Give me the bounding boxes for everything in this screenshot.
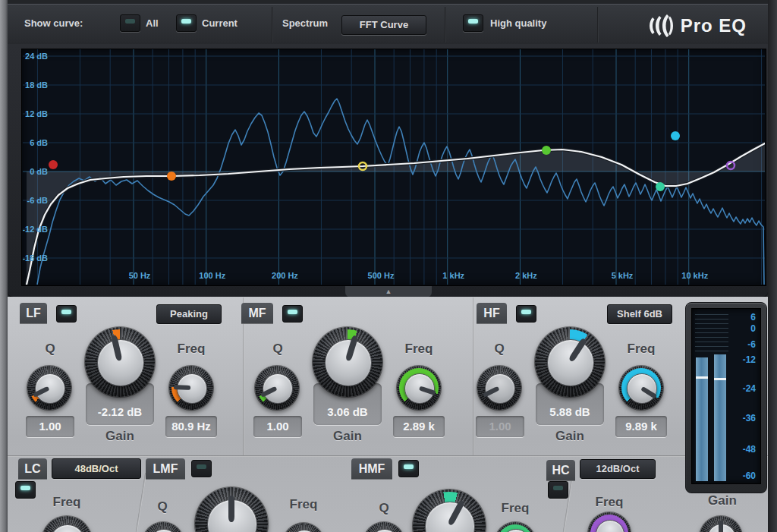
meter-peak-hold [714,378,726,380]
hmf-tab[interactable]: HMF [351,458,392,480]
svg-text:5 kHz: 5 kHz [612,271,634,280]
knob-pointer [111,335,123,361]
hf-freq-knob[interactable] [619,366,663,410]
mf-freq-knob[interactable] [397,366,441,410]
svg-text:18 dB: 18 dB [25,80,48,90]
lf-tab[interactable]: LF [20,303,47,324]
knob-pointer [174,386,190,390]
hmf-enable-checkbox[interactable] [398,460,419,477]
hf-gain-knob[interactable] [535,327,605,397]
output-gain-label: Gain [700,493,745,508]
svg-text:0 dB: 0 dB [30,167,48,176]
checkbox-led-icon [20,486,30,490]
eq-curve-display[interactable]: 24 dB18 dB12 dB6 dB0 dB-6 dB-12 dB-18 dB… [21,49,766,286]
hmf-freq-label: Freq [497,501,533,516]
high-quality-checkbox[interactable] [463,14,483,32]
meter-peak-hold [696,376,708,379]
hf-freq-value: 9.89 k [615,416,667,437]
meter-ladder-mark [695,346,728,347]
presonus-wave-icon [647,14,675,37]
lc-enable-checkbox[interactable] [15,481,36,499]
lf-gain-knob[interactable] [85,327,155,397]
checkbox-led-icon [404,464,414,469]
lmf-enable-checkbox[interactable] [191,460,212,477]
meter-scale-label: -12 [733,354,756,365]
spectrum-label: Spectrum [282,13,328,33]
mf-handle [542,146,551,155]
meter-scale-label: 6 [733,312,756,323]
lmf-tab[interactable]: LMF [146,458,185,480]
meter-scale-label: -24 [733,383,756,394]
hf-q-knob[interactable] [477,366,521,410]
svg-text:2 kHz: 2 kHz [515,271,537,280]
checkbox-led-icon [61,310,71,314]
meter-ladder-mark [695,314,728,315]
hc-slope-dropdown[interactable]: 12dB/Oct [580,459,656,479]
lf-freq-knob[interactable] [169,366,213,410]
top-bar: Show curve: All Current Spectrum FFT Cur… [8,4,768,46]
svg-text:50 Hz: 50 Hz [129,271,151,280]
svg-text:12 dB: 12 dB [25,109,48,118]
mf-tab[interactable]: MF [241,303,273,324]
svg-text:200 Hz: 200 Hz [272,271,298,280]
lf-enable-checkbox[interactable] [56,305,77,323]
meter-scale-label: -6 [733,339,756,350]
output-gain-knob[interactable] [700,516,742,532]
lf-handle [167,172,176,181]
mf-q-value: 1.00 [253,416,302,437]
knob-pointer [641,386,657,398]
lf-freq-value: 80.9 Hz [165,416,217,437]
hf-enable-checkbox[interactable] [516,305,536,323]
knob-pointer [261,386,278,397]
hc-tab[interactable]: HC [546,460,575,481]
show-current-label: Current [202,13,238,33]
svg-text:-6 dB: -6 dB [27,196,49,205]
knob-pointer [447,499,465,526]
knob-pointer [33,386,50,397]
hf-tab[interactable]: HF [477,303,507,324]
mf-gain-value: 3.06 dB [313,405,382,418]
meter-bar-right [714,354,726,481]
show-curve-label: Show curve: [24,13,83,33]
meter-scale-label: -60 [733,471,756,481]
top-bar-divider [445,7,446,42]
collapse-handle[interactable]: ▲ [345,286,432,297]
lf-q-knob[interactable] [27,366,71,410]
spectrum-mode-dropdown[interactable]: FFT Curve [341,15,426,35]
svg-text:24 dB: 24 dB [25,52,48,61]
lf-mode-dropdown[interactable]: Peaking [156,304,222,324]
meter-ladder-mark [695,337,728,338]
mf-q-knob[interactable] [255,366,299,410]
svg-text:6 dB: 6 dB [30,138,48,147]
lc-tab[interactable]: LC [18,458,47,480]
meter-scale-label: -36 [733,413,756,423]
lc-handle [49,160,58,169]
mf-enable-checkbox[interactable] [282,305,303,323]
meter-ladder-mark [695,332,728,333]
checkbox-led-icon [468,19,478,24]
lmf-gain-knob[interactable] [195,487,268,532]
top-bar-divider [597,7,599,42]
pro-eq-plugin-window: Show curve: All Current Spectrum FFT Cur… [0,0,777,532]
hf-q-value: 1.00 [476,416,524,437]
meter-ladder-mark [695,328,728,329]
hf-gain-value: 5.88 dB [536,405,604,418]
lc-slope-dropdown[interactable]: 48dB/Oct [52,458,141,479]
mf-gain-knob[interactable] [313,327,382,397]
svg-text:10 kHz: 10 kHz [681,271,708,280]
meter-ladder-mark [695,342,728,342]
checkbox-led-icon [181,19,191,24]
checkbox-led-icon [125,19,135,24]
top-bar-divider [272,7,273,42]
show-current-checkbox[interactable] [176,14,197,32]
hc-enable-checkbox[interactable] [548,481,568,499]
show-all-checkbox[interactable] [120,14,140,32]
meter-scale-label: 0 [733,323,756,334]
mf-freq-label: Freq [401,342,437,357]
show-all-label: All [146,13,159,33]
lf-freq-label: Freq [173,342,209,357]
lf-gain-value: -2.12 dB [86,405,154,418]
panel-seam [8,455,768,457]
hf-mode-dropdown[interactable]: Shelf 6dB [607,304,672,324]
window-left-edge [0,0,8,532]
